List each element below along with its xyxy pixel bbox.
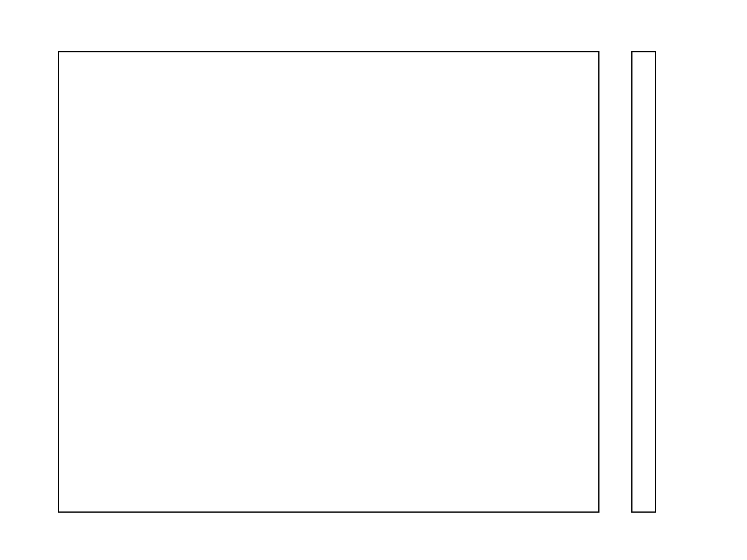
ionogram-figure [0,0,747,560]
heatmap-canvas [59,52,598,511]
colorbar-frame [631,51,656,513]
colorbar-gradient [632,52,655,511]
